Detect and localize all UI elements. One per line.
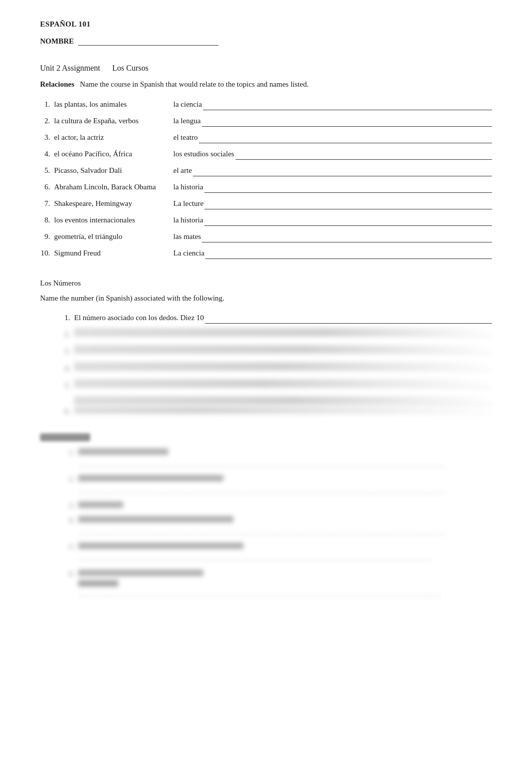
los-numeros-instructions: Name the number (in Spanish) associated … [40, 293, 492, 304]
item-prompt: el océano Pacífico, África [54, 148, 169, 160]
item-number: 2. [40, 115, 54, 127]
unit-label: Unit 2 Assignment [40, 64, 100, 73]
item-prompt: los eventos internacionales [54, 214, 169, 226]
blurred-extra-items: 5. 6. [40, 543, 492, 596]
answer-prefix: La ciencia [173, 247, 204, 259]
blurred-line-2 [74, 407, 492, 414]
answer-line[interactable] [205, 315, 492, 324]
item-number: 8. [40, 214, 54, 226]
answer-line[interactable] [204, 184, 492, 193]
answer-line[interactable] [204, 217, 492, 226]
item-text: El número asociado con los dedos. Diez 1… [74, 312, 204, 324]
item-number: 6. [40, 181, 54, 193]
item-answer: La ciencia [173, 247, 492, 259]
answer-prefix: la historia [173, 181, 203, 193]
list-item: 1. El número asociado con los dedos. Die… [60, 312, 492, 324]
nombre-label: NOMBRE [40, 37, 74, 46]
list-item: 1. las plantas, los animales la ciencia [40, 98, 492, 110]
item-number: 5. [40, 164, 54, 176]
item-number: 1. [60, 312, 74, 324]
blurred-text [78, 475, 223, 481]
list-item: 4. el océano Pacífico, África los estudi… [40, 148, 492, 160]
item-number: 1. [40, 98, 54, 110]
item-prompt: las plantas, los animales [54, 98, 169, 110]
item-number: 3. [60, 345, 74, 357]
answer-line[interactable] [204, 201, 492, 209]
blurred-answer [78, 589, 441, 596]
blurred-line [74, 345, 492, 354]
blurred-sub-items: 1. 2. 3. 4. [40, 448, 492, 535]
item-prompt: el actor, la actriz [54, 131, 169, 143]
blurred-line [74, 396, 492, 405]
blurred-third-section: 1. 2. 3. 4. [40, 433, 492, 596]
item-answer: las mates [173, 230, 492, 242]
answer-prefix: la historia [173, 214, 203, 226]
answer-prefix: la lengua [173, 115, 201, 127]
list-item: 6. [60, 396, 492, 417]
item-prompt: Shakespeare, Hemingway [54, 197, 169, 209]
answer-line[interactable] [235, 151, 492, 160]
item-number: 10. [40, 247, 54, 259]
blurred-answer [78, 486, 445, 493]
relaciones-list: 1. las plantas, los animales la ciencia … [40, 98, 492, 259]
blurred-item: 2. [60, 475, 492, 493]
item-answer: el arte [173, 164, 492, 176]
blurred-numeros-items: 2. 3. 4. 5. [60, 328, 492, 417]
item-prompt: la cultura de España, verbos [54, 115, 169, 127]
relaciones-section: Relaciones Name the course in Spanish th… [40, 79, 492, 259]
item-number: 6. [60, 405, 74, 417]
answer-line[interactable] [202, 118, 492, 127]
item-prompt: Abraham Lincoln, Barack Obama [54, 181, 169, 193]
answer-line[interactable] [193, 168, 492, 176]
answer-prefix: el arte [173, 164, 192, 176]
item-prompt: Sigmund Freud [54, 247, 169, 259]
list-item: 5. [60, 379, 492, 391]
list-item: 9. geometría, el triángulo las mates [40, 230, 492, 242]
blurred-answer [78, 553, 432, 561]
blurred-extra-2: 6. [60, 570, 492, 596]
item-answer: la historia [173, 181, 492, 193]
list-item: 8. los eventos internacionales la histor… [40, 214, 492, 226]
answer-line[interactable] [203, 102, 492, 110]
blurred-num: 2. [60, 475, 74, 483]
list-item: 6. Abraham Lincoln, Barack Obama la hist… [40, 181, 492, 193]
blurred-num: 5. [60, 543, 74, 551]
blurred-text [78, 570, 203, 576]
item-number: 3. [40, 131, 54, 143]
answer-prefix: La lecture [173, 197, 203, 209]
list-item: 3. el actor, la actriz el teatro [40, 131, 492, 143]
item-answer: El número asociado con los dedos. Diez 1… [74, 312, 492, 324]
answer-prefix: la ciencia [173, 98, 202, 110]
numeros-list: 1. El número asociado con los dedos. Die… [40, 312, 492, 417]
list-item: 4. [60, 362, 492, 374]
blurred-text [78, 448, 168, 455]
item-prompt: geometría, el triángulo [54, 230, 169, 242]
answer-prefix: los estudios sociales [173, 148, 234, 160]
blurred-num: 6. [60, 570, 74, 578]
item-answer: La lecture [173, 197, 492, 209]
blurred-sub-text [78, 580, 118, 587]
item-answer: la historia [173, 214, 492, 226]
blurred-section-title [40, 433, 492, 443]
list-item: 10. Sigmund Freud La ciencia [40, 247, 492, 259]
blurred-line [74, 362, 492, 371]
answer-line[interactable] [205, 250, 492, 259]
item-answer: el teatro [173, 131, 492, 143]
item-answer: la lengua [173, 115, 492, 127]
blurred-line [74, 379, 492, 388]
item-number: 4. [40, 148, 54, 160]
item-number: 2. [60, 328, 74, 340]
list-item: 5. Picasso, Salvador Dalí el arte [40, 164, 492, 176]
list-item: 2. [60, 328, 492, 340]
list-item: 2. la cultura de España, verbos la lengu… [40, 115, 492, 127]
blurred-text [78, 501, 123, 508]
answer-line[interactable] [199, 135, 492, 143]
blurred-item: 1. [60, 448, 492, 467]
blurred-extra-1: 5. [60, 543, 492, 561]
blurred-num: 1. [60, 449, 74, 457]
item-number: 9. [40, 230, 54, 242]
answer-line[interactable] [202, 234, 492, 242]
los-numeros-title: Los Números [40, 279, 492, 288]
nombre-field[interactable] [78, 37, 218, 46]
blurred-item: 3. [60, 501, 492, 510]
